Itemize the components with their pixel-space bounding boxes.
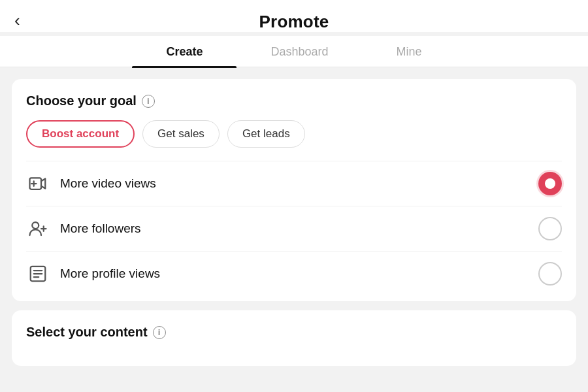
radio-profile-views[interactable] — [538, 262, 562, 286]
video-plus-icon — [26, 172, 50, 195]
goal-btn-boost-account[interactable]: Boost account — [26, 120, 135, 148]
radio-video-views[interactable] — [538, 172, 562, 195]
option-video-views[interactable]: More video views — [26, 161, 562, 206]
goal-btn-get-sales[interactable]: Get sales — [142, 120, 220, 148]
header: ‹ Promote — [0, 0, 588, 32]
svg-point-3 — [32, 222, 39, 229]
content-info-icon[interactable]: i — [153, 326, 166, 339]
back-button[interactable]: ‹ — [14, 12, 20, 29]
main-content: Choose your goal i Boost account Get sal… — [0, 67, 588, 366]
option-profile-views-label: More profile views — [60, 267, 528, 281]
tab-create[interactable]: Create — [132, 36, 237, 67]
profile-icon — [26, 262, 50, 286]
tab-mine[interactable]: Mine — [363, 36, 456, 67]
goal-section-title: Choose your goal i — [26, 93, 562, 108]
content-card: Select your content i — [12, 310, 576, 366]
app-container: ‹ Promote Create Dashboard Mine Choose y… — [0, 0, 588, 392]
goal-info-icon[interactable]: i — [142, 95, 155, 108]
radio-followers[interactable] — [538, 217, 562, 240]
content-section-title: Select your content i — [26, 325, 562, 340]
goal-card: Choose your goal i Boost account Get sal… — [12, 79, 576, 301]
option-followers[interactable]: More followers — [26, 206, 562, 251]
option-profile-views[interactable]: More profile views — [26, 251, 562, 296]
tabs-bar: Create Dashboard Mine — [0, 36, 588, 67]
tab-dashboard[interactable]: Dashboard — [237, 36, 362, 67]
goal-btn-get-leads[interactable]: Get leads — [227, 120, 305, 148]
option-video-views-label: More video views — [60, 176, 528, 191]
goal-buttons-group: Boost account Get sales Get leads — [26, 120, 562, 148]
option-followers-label: More followers — [60, 221, 528, 236]
page-title: Promote — [259, 12, 329, 32]
add-user-icon — [26, 217, 50, 240]
